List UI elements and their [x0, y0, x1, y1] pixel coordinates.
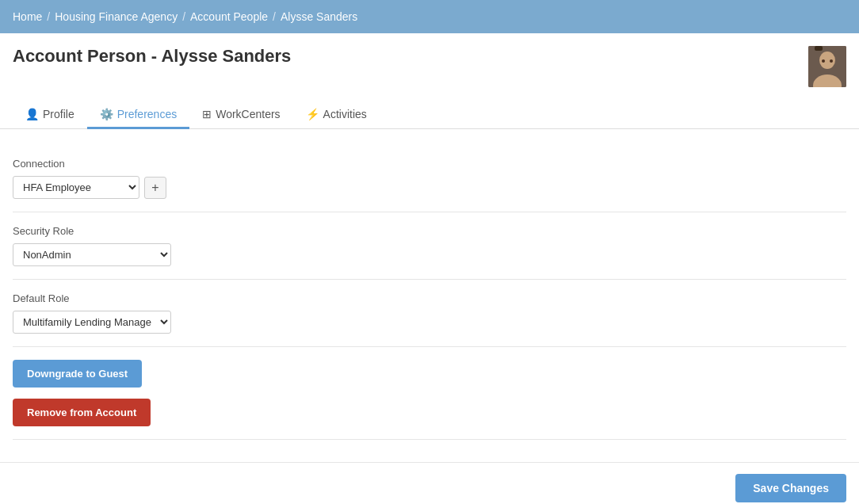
- svg-point-5: [830, 59, 833, 63]
- remove-button-wrapper: Remove from Account: [13, 399, 846, 426]
- downgrade-to-guest-button[interactable]: Downgrade to Guest: [13, 360, 142, 388]
- downgrade-button-wrapper: Downgrade to Guest: [13, 360, 846, 388]
- breadcrumb: Home / Housing Finance Agency / Account …: [13, 10, 357, 23]
- tab-workcenters[interactable]: ⊞ WorkCenters: [189, 101, 292, 129]
- breadcrumb-sep-3: /: [273, 10, 276, 23]
- breadcrumb-current: Alysse Sanders: [281, 10, 357, 23]
- tab-activities-label: Activities: [323, 108, 367, 120]
- tab-activities[interactable]: ⚡ Activities: [293, 101, 380, 129]
- page-header: Account Person - Alysse Sanders: [0, 33, 859, 87]
- breadcrumb-sep-2: /: [182, 10, 185, 23]
- workcenters-icon: ⊞: [202, 108, 212, 120]
- default-role-section: Default Role Multifamily Lending Manager…: [13, 280, 846, 347]
- tabs-container: 👤 Profile ⚙️ Preferences ⊞ WorkCenters ⚡…: [0, 94, 859, 129]
- tab-workcenters-label: WorkCenters: [216, 108, 280, 120]
- connection-add-button[interactable]: +: [144, 177, 166, 199]
- preferences-icon: ⚙️: [100, 108, 113, 120]
- profile-icon: 👤: [25, 108, 39, 120]
- actions-section: Downgrade to Guest Remove from Account: [13, 347, 846, 440]
- tab-profile-label: Profile: [43, 108, 74, 120]
- security-role-section: Security Role NonAdmin Admin SuperAdmin: [13, 212, 846, 280]
- svg-point-4: [822, 59, 825, 63]
- svg-rect-3: [815, 46, 823, 51]
- security-role-select[interactable]: NonAdmin Admin SuperAdmin: [13, 243, 171, 266]
- security-role-field-row: NonAdmin Admin SuperAdmin: [13, 243, 846, 266]
- content-area: Connection HFA Employee Employee Manager…: [0, 129, 859, 456]
- breadcrumb-hfa[interactable]: Housing Finance Agency: [55, 10, 178, 23]
- connection-label: Connection: [13, 158, 846, 170]
- activities-icon: ⚡: [306, 108, 319, 120]
- svg-point-1: [819, 52, 835, 69]
- remove-from-account-button[interactable]: Remove from Account: [13, 399, 151, 426]
- breadcrumb-sep-1: /: [47, 10, 50, 23]
- topbar: Home / Housing Finance Agency / Account …: [0, 0, 859, 33]
- tab-preferences[interactable]: ⚙️ Preferences: [87, 101, 189, 129]
- page-title: Account Person - Alysse Sanders: [13, 46, 291, 67]
- connection-select[interactable]: HFA Employee Employee Manager Admin: [13, 176, 139, 199]
- connection-field-row: HFA Employee Employee Manager Admin +: [13, 176, 846, 199]
- default-role-field-row: Multifamily Lending Manager Manager Empl…: [13, 311, 846, 334]
- security-role-label: Security Role: [13, 225, 846, 237]
- tab-profile[interactable]: 👤 Profile: [13, 101, 87, 129]
- connection-section: Connection HFA Employee Employee Manager…: [13, 145, 846, 212]
- avatar: [808, 46, 846, 87]
- tab-preferences-label: Preferences: [117, 108, 177, 120]
- breadcrumb-home[interactable]: Home: [13, 10, 42, 23]
- default-role-label: Default Role: [13, 292, 846, 304]
- footer: Save Changes: [0, 462, 859, 504]
- breadcrumb-account-people[interactable]: Account People: [190, 10, 268, 23]
- default-role-select[interactable]: Multifamily Lending Manager Manager Empl…: [13, 311, 171, 334]
- save-changes-button[interactable]: Save Changes: [735, 474, 846, 502]
